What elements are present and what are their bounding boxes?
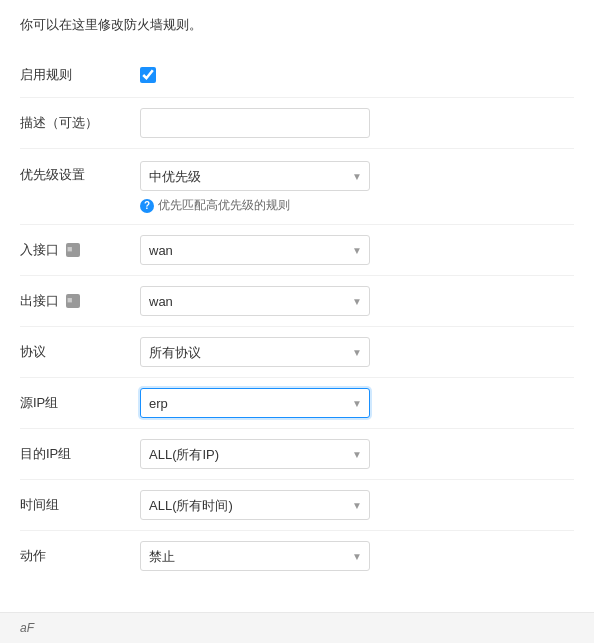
protocol-select-wrapper: 所有协议 TCP UDP ICMP ▼ <box>140 337 370 367</box>
footer-text: aF <box>20 621 34 635</box>
outgoing-interface-select[interactable]: wan lan any <box>140 286 370 316</box>
label-dest-ip-group: 目的IP组 <box>20 445 140 463</box>
checkbox-wrapper <box>140 67 574 83</box>
input-col-priority: 高优先级 中优先级 低优先级 ▼ ? 优先匹配高优先级的规则 <box>140 161 574 214</box>
protocol-select[interactable]: 所有协议 TCP UDP ICMP <box>140 337 370 367</box>
footer: aF <box>0 612 594 643</box>
label-outgoing-interface: 出接口 <box>20 292 140 310</box>
input-col-source-ip-group: erp ALL(所有IP) ▼ <box>140 388 574 418</box>
form-row-protocol: 协议 所有协议 TCP UDP ICMP ▼ <box>20 327 574 378</box>
input-col-action: 禁止 允许 ▼ <box>140 541 574 571</box>
form-row-dest-ip-group: 目的IP组 ALL(所有IP) erp ▼ <box>20 429 574 480</box>
form-row-priority: 优先级设置 高优先级 中优先级 低优先级 ▼ ? 优先匹配高优先级的规则 <box>20 149 574 225</box>
label-enable-rule: 启用规则 <box>20 66 140 84</box>
label-protocol: 协议 <box>20 343 140 361</box>
enable-rule-checkbox[interactable] <box>140 67 156 83</box>
incoming-interface-icon <box>66 243 80 257</box>
source-ip-group-select[interactable]: erp ALL(所有IP) <box>140 388 370 418</box>
form-row-incoming-interface: 入接口 wan lan any ▼ <box>20 225 574 276</box>
outgoing-interface-select-wrapper: wan lan any ▼ <box>140 286 370 316</box>
priority-select[interactable]: 高优先级 中优先级 低优先级 <box>140 161 370 191</box>
label-action: 动作 <box>20 547 140 565</box>
action-select-wrapper: 禁止 允许 ▼ <box>140 541 370 571</box>
incoming-interface-select[interactable]: wan lan any <box>140 235 370 265</box>
incoming-interface-select-wrapper: wan lan any ▼ <box>140 235 370 265</box>
input-col-description <box>140 108 574 138</box>
input-col-protocol: 所有协议 TCP UDP ICMP ▼ <box>140 337 574 367</box>
input-col-enable-rule <box>140 67 574 83</box>
priority-select-wrapper: 高优先级 中优先级 低优先级 ▼ <box>140 161 370 191</box>
label-priority: 优先级设置 <box>20 161 140 184</box>
form-row-time-group: 时间组 ALL(所有时间) ▼ <box>20 480 574 531</box>
input-col-dest-ip-group: ALL(所有IP) erp ▼ <box>140 439 574 469</box>
label-incoming-interface: 入接口 <box>20 241 140 259</box>
input-col-incoming-interface: wan lan any ▼ <box>140 235 574 265</box>
priority-hint-text: 优先匹配高优先级的规则 <box>158 197 290 214</box>
time-group-select[interactable]: ALL(所有时间) <box>140 490 370 520</box>
main-container: 你可以在这里修改防火墙规则。 启用规则 描述（可选） 优先级设置 高优先级 <box>0 0 594 643</box>
label-description: 描述（可选） <box>20 114 140 132</box>
label-source-ip-group: 源IP组 <box>20 394 140 412</box>
input-col-outgoing-interface: wan lan any ▼ <box>140 286 574 316</box>
hint-info-icon: ? <box>140 199 154 213</box>
dest-ip-group-select[interactable]: ALL(所有IP) erp <box>140 439 370 469</box>
form-row-description: 描述（可选） <box>20 98 574 149</box>
label-time-group: 时间组 <box>20 496 140 514</box>
time-group-select-wrapper: ALL(所有时间) ▼ <box>140 490 370 520</box>
input-col-time-group: ALL(所有时间) ▼ <box>140 490 574 520</box>
form-row-enable-rule: 启用规则 <box>20 52 574 98</box>
outgoing-interface-icon <box>66 294 80 308</box>
form-row-source-ip-group: 源IP组 erp ALL(所有IP) ▼ <box>20 378 574 429</box>
action-select[interactable]: 禁止 允许 <box>140 541 370 571</box>
form-row-action: 动作 禁止 允许 ▼ <box>20 531 574 581</box>
intro-text: 你可以在这里修改防火墙规则。 <box>20 16 574 34</box>
source-ip-group-select-wrapper: erp ALL(所有IP) ▼ <box>140 388 370 418</box>
form-row-outgoing-interface: 出接口 wan lan any ▼ <box>20 276 574 327</box>
priority-hint: ? 优先匹配高优先级的规则 <box>140 197 574 214</box>
description-input[interactable] <box>140 108 370 138</box>
dest-ip-group-select-wrapper: ALL(所有IP) erp ▼ <box>140 439 370 469</box>
